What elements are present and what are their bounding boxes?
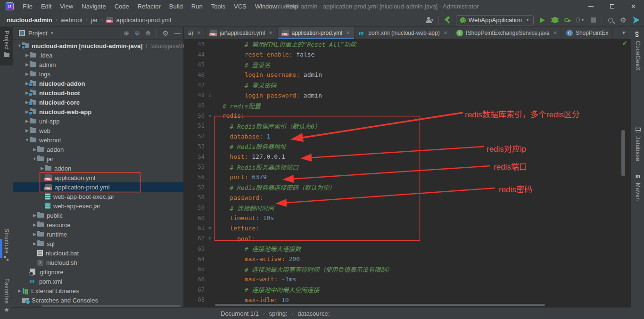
tree-item-niucloud-core[interactable]: ▶niucloud-core — [13, 98, 184, 107]
tree-chevron-icon[interactable]: ▶ — [25, 128, 30, 133]
locate-file-icon[interactable]: ⊕ — [124, 30, 129, 37]
tree-chevron-icon[interactable]: ▶ — [32, 222, 37, 227]
status-breadcrumb-item[interactable]: datasource: — [297, 310, 330, 317]
tool-stripe-codegeex[interactable]: ᔕ CodeGeeX — [631, 31, 644, 71]
expand-all-icon[interactable]: ⟱ — [135, 30, 140, 37]
line-number[interactable]: 53 — [184, 143, 205, 150]
code-line-55[interactable]: 55 # Redis服务器连接端口 — [184, 162, 631, 172]
line-number[interactable]: 49 — [184, 102, 205, 109]
inspection-ok-icon[interactable]: ✓ — [622, 40, 627, 47]
menu-edit[interactable]: Edit — [37, 3, 56, 10]
collapse-all-icon[interactable]: ⟰ — [146, 30, 151, 37]
stop-button[interactable] — [589, 16, 597, 25]
code-line-43[interactable]: 43 # 禁用HTML页面上的“Reset All”功能 — [184, 39, 631, 49]
menu-run[interactable]: Run — [187, 3, 207, 10]
code-line-60[interactable]: 60 timeout: 10s — [184, 213, 631, 223]
run-with-coverage-button[interactable]: C▸ — [563, 16, 572, 25]
tree-item-niucloud-web-app[interactable]: ▶niucloud-web-app — [13, 107, 184, 116]
tree-item-web-app-exec.jar[interactable]: web-app-exec.jar — [13, 201, 184, 211]
code-line-64[interactable]: 64 max-active: 200 — [184, 254, 631, 264]
editor-tab[interactable]: jar\application.yml✕ — [206, 27, 277, 39]
run-configuration-select[interactable]: WebAppApplication ▼ — [456, 15, 534, 25]
close-tab-icon[interactable]: ✕ — [444, 30, 447, 35]
line-number[interactable]: 64 — [184, 256, 205, 262]
tree-item-niucloud-boot[interactable]: ▶niucloud-boot — [13, 88, 184, 98]
tree-item-scratches-and-consoles[interactable]: Scratches and Consoles — [13, 295, 184, 305]
tree-item-pom.xml[interactable]: mpom.xml — [13, 277, 184, 286]
tool-stripe-database[interactable]: Database — [631, 127, 644, 161]
line-number[interactable]: 63 — [184, 245, 205, 252]
tool-stripe-structure[interactable]: Structure — [0, 229, 13, 261]
line-number[interactable]: 54 — [184, 154, 205, 160]
editor-tab[interactable]: mpom.xml (niucloud-web-app)✕ — [355, 27, 452, 39]
tree-chevron-icon[interactable]: ▼ — [32, 156, 37, 161]
code-line-48[interactable]: 48△ login-password: admin — [184, 90, 631, 101]
code-line-66[interactable]: 66 max-wait: -1ms — [184, 274, 631, 285]
tree-item-niucloud.sh[interactable]: niucloud.sh — [13, 258, 184, 267]
line-number[interactable]: 51 — [184, 123, 205, 129]
code-line-52[interactable]: 52 database: 1 — [184, 131, 631, 141]
code-line-58[interactable]: 58 password: — [184, 193, 631, 203]
tree-item-niucloud.bat[interactable]: niucloud.bat — [13, 248, 184, 258]
line-number[interactable]: 60 — [184, 215, 205, 221]
code-line-61[interactable]: 61▽ lettuce: — [184, 223, 631, 234]
line-number[interactable]: 58 — [184, 194, 205, 201]
tool-stripe-favorites[interactable]: Favorites ★ — [0, 278, 13, 313]
line-number[interactable]: 55 — [184, 164, 205, 170]
tree-item-web[interactable]: ▶web — [13, 126, 184, 135]
tree-item-runtime[interactable]: ▶runtime — [13, 229, 184, 239]
tree-item-addon[interactable]: ▶addon — [13, 164, 184, 173]
fold-marker-icon[interactable]: ▽ — [205, 114, 215, 118]
tree-item-public[interactable]: ▶public — [13, 211, 184, 220]
editor-vscrollbar[interactable] — [621, 130, 625, 176]
tree-chevron-icon[interactable]: ▶ — [40, 166, 45, 171]
code-with-me-users-icon[interactable]: ▼ — [426, 16, 434, 25]
search-everywhere-icon[interactable] — [606, 16, 615, 25]
code-line-53[interactable]: 53 # Redis服务器地址 — [184, 141, 631, 152]
menu-build[interactable]: Build — [165, 3, 187, 10]
editor-code-area[interactable]: 43 # 禁用HTML页面上的“Reset All”功能44 reset-ena… — [184, 39, 631, 305]
line-number[interactable]: 45 — [184, 61, 205, 68]
line-number[interactable]: 47 — [184, 82, 205, 89]
code-line-57[interactable]: 57 # Redis服务器连接密码（默认为空） — [184, 182, 631, 193]
editor-hscrollbar[interactable] — [215, 304, 545, 306]
line-number[interactable]: 67 — [184, 286, 205, 293]
tree-item-addon[interactable]: ▶addon — [13, 145, 184, 154]
fold-marker-icon[interactable]: ▽ — [205, 236, 215, 241]
tree-item-web-app-boot-exec.jar[interactable]: web-app-boot-exec.jar — [13, 192, 184, 201]
tree-chevron-icon[interactable]: ▼ — [25, 138, 30, 142]
tree-item-admin[interactable]: ▶admin — [13, 60, 184, 69]
breadcrumb-item[interactable]: webroot — [61, 16, 83, 24]
status-breadcrumb-item[interactable]: spring: — [269, 310, 288, 317]
code-line-46[interactable]: 46 login-username: admin — [184, 70, 631, 80]
line-number[interactable]: 56 — [184, 174, 205, 180]
close-tab-icon[interactable]: ✕ — [197, 30, 201, 35]
tree-chevron-icon[interactable]: ▶ — [25, 72, 30, 76]
plugin-logo-icon[interactable] — [632, 16, 640, 25]
maximize-button[interactable] — [602, 0, 623, 13]
menu-file[interactable]: File — [18, 3, 37, 10]
line-number[interactable]: 48 — [184, 92, 205, 98]
close-tab-icon[interactable]: ✕ — [269, 30, 272, 35]
build-hammer-icon[interactable] — [443, 16, 452, 25]
tree-item-jar[interactable]: ▼jar — [13, 154, 184, 164]
profiler-button[interactable]: ▼ — [576, 16, 585, 25]
line-number[interactable]: 52 — [184, 133, 205, 139]
code-line-67[interactable]: 67 # 连接池中的最大空闲连接 — [184, 285, 631, 295]
editor-tab[interactable]: CShopPointEx — [562, 27, 613, 39]
line-number[interactable]: 66 — [184, 276, 205, 283]
code-line-45[interactable]: 45 # 登录名 — [184, 59, 631, 70]
tree-item-niucloud-admin-niucloud-admin-java-[interactable]: ▼niucloud-admin [niucloud-admin-java]F:\… — [13, 41, 184, 50]
tree-item-uni-app[interactable]: ▶uni-app — [13, 116, 184, 126]
run-button[interactable] — [538, 16, 546, 25]
menu-vcs[interactable]: VCS — [230, 3, 251, 10]
breadcrumb-item[interactable]: application-prod.yml — [116, 16, 171, 24]
close-tab-icon[interactable]: ✕ — [553, 30, 557, 35]
tree-item-webroot[interactable]: ▼webroot — [13, 135, 184, 145]
tree-chevron-icon[interactable]: ▶ — [17, 288, 22, 293]
tree-item-logs[interactable]: ▶logs — [13, 69, 184, 79]
tree-item-.gitignore[interactable]: .gitignore — [13, 267, 184, 277]
code-line-65[interactable]: 65 # 连接池最大阻塞等待时间（使用负值表示没有限制） — [184, 264, 631, 274]
minimize-button[interactable] — [580, 0, 602, 13]
menu-refactor[interactable]: Refactor — [133, 3, 165, 10]
